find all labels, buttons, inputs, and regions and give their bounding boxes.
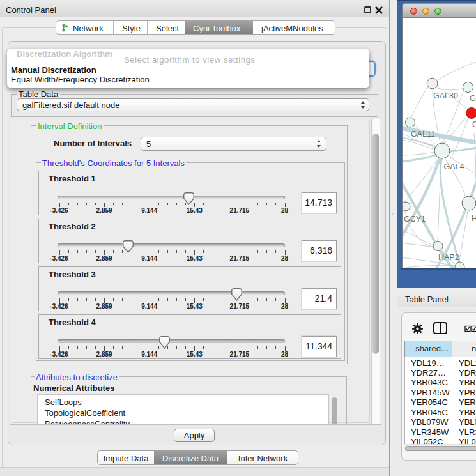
svg-text:H: H [472,214,476,223]
svg-text:GAL4: GAL4 [444,162,464,171]
svg-text:GAL11: GAL11 [411,130,435,139]
svg-text:GCY1: GCY1 [404,215,426,224]
svg-text:C: C [472,120,476,129]
svg-text:GA: GA [470,94,476,103]
svg-text:HAP2: HAP2 [438,253,459,262]
svg-text:GAL80: GAL80 [433,91,458,100]
